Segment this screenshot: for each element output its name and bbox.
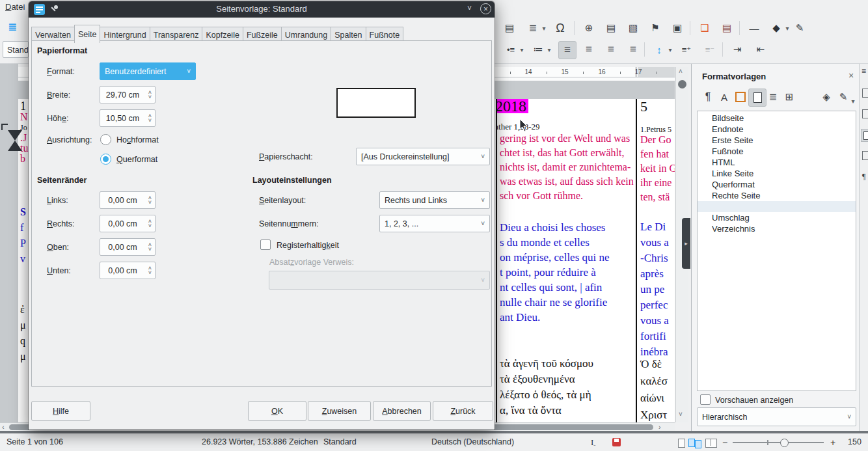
styles-list-item[interactable]: Fußnote (698, 146, 856, 157)
styles-list-item[interactable]: Erste Seite (698, 135, 856, 146)
align-center-icon[interactable]: ≡ (580, 41, 597, 58)
justify-icon[interactable]: ≡ (625, 41, 642, 58)
line-spacing-dropdown-arrow-icon[interactable]: ▾ (666, 41, 674, 58)
ok-button[interactable]: OK (248, 401, 306, 421)
track-changes-icon[interactable]: ▤ (718, 20, 735, 36)
page-styles-icon[interactable] (748, 89, 766, 107)
sidebar-gallery-icon[interactable] (862, 151, 868, 160)
zoom-level[interactable]: 150 (848, 437, 861, 446)
cancel-button[interactable]: Abbrechen (373, 401, 431, 421)
scroll-left-arrow-icon[interactable]: ‹ (2, 423, 5, 431)
spinner-arrows-icon[interactable]: ˄˅ (145, 196, 155, 205)
spinner-arrows-icon[interactable]: ˄˅ (145, 114, 155, 123)
status-page-style[interactable]: Standard (323, 437, 357, 446)
list-styles-icon[interactable]: ≣ (765, 89, 781, 105)
document-column-left[interactable]: 2018 1.Korinther 1,28-29 gering ist vor … (497, 99, 636, 422)
paragraph-styles-icon[interactable]: ¶ (699, 89, 716, 105)
zoom-slider-handle[interactable] (780, 439, 789, 447)
multi-page-view-icon2[interactable] (695, 440, 701, 448)
status-page-info[interactable]: Seite 1 von 106 (7, 437, 63, 446)
text-frame-dropdown-arrow-icon[interactable]: ▾ (540, 20, 548, 36)
insert-field-icon[interactable]: ⊕ (580, 20, 597, 36)
styles-list-item[interactable]: Linke Seite (698, 168, 856, 179)
paper-tray-dropdown[interactable]: [Aus Druckereinstellung] ˅ (356, 148, 490, 165)
styles-list-item[interactable]: Querformat (698, 179, 856, 190)
zoom-in-icon[interactable]: + (830, 437, 835, 448)
status-language[interactable]: Deutsch (Deutschland) (431, 437, 514, 446)
new-style-dropdown-arrow-icon[interactable]: ▾ (849, 92, 857, 109)
unordered-list-dropdown-arrow-icon[interactable]: ▾ (518, 41, 526, 58)
styles-list[interactable]: Bildseite Endnote Erste Seite Fußnote HT… (697, 111, 856, 391)
sidebar-handle[interactable]: ▸ (682, 218, 690, 269)
multi-page-view-icon[interactable] (688, 439, 695, 447)
special-character-icon[interactable]: Ω (552, 20, 569, 36)
toolbar-fragment-icon[interactable]: ≣ (4, 18, 21, 35)
height-spinbox[interactable]: 10,50 cm ˄˅ (100, 109, 156, 127)
width-spinbox[interactable]: 29,70 cm ˄˅ (100, 86, 156, 103)
insert-endnote-icon[interactable]: ▧ (625, 20, 642, 36)
shapes-dropdown-arrow-icon[interactable]: ▾ (783, 20, 791, 36)
insert-bookmark-icon[interactable]: ⚑ (647, 20, 664, 36)
unsaved-changes-icon[interactable] (612, 438, 621, 446)
spinner-arrows-icon[interactable]: ˄˅ (145, 243, 155, 252)
margin-bottom-spinbox[interactable]: 0,00 cm ˄˅ (100, 262, 156, 279)
zoom-slider-track[interactable] (733, 442, 824, 443)
panel-close-icon[interactable]: × (848, 70, 854, 81)
paragraph-style-combo[interactable]: Standard (3, 41, 29, 58)
insert-footnote-icon[interactable]: ▤ (603, 20, 619, 36)
decrease-indent-icon[interactable]: ⇤ (752, 41, 769, 58)
unordered-list-icon[interactable]: •≡ (502, 41, 519, 58)
scroll-up-arrow-icon[interactable]: ˄ (679, 68, 683, 75)
styles-list-item-selected[interactable] (698, 201, 856, 212)
frame-styles-icon[interactable] (732, 89, 749, 105)
styles-list-item[interactable]: HTML (698, 157, 856, 168)
apply-button[interactable]: Zuweisen (308, 401, 371, 421)
document-column-right[interactable]: 5 1.Petrus 5 Der Go fen hat keit in G ih… (638, 99, 675, 422)
spinner-arrows-icon[interactable]: ˄˅ (145, 219, 155, 228)
cross-reference-icon[interactable]: ▣ (669, 20, 686, 36)
scrollbar-thumb[interactable] (678, 80, 686, 89)
increase-indent-icon[interactable]: ⇥ (729, 41, 746, 58)
menu-datei[interactable]: Datei (5, 2, 25, 12)
horizontal-line-icon[interactable]: — (746, 20, 763, 36)
register-true-checkbox[interactable] (260, 239, 271, 250)
basic-shapes-icon[interactable]: ◆ (768, 20, 785, 36)
selection-mode-icon[interactable]: Iˍ (591, 437, 595, 448)
tab-seite[interactable]: Seite (74, 25, 101, 43)
sidebar-page-icon[interactable] (862, 109, 868, 118)
sidebar-settings-icon[interactable]: ≡ (861, 66, 866, 75)
sidebar-navigator-icon[interactable]: ¶ (862, 172, 865, 182)
spinner-arrows-icon[interactable]: ˄˅ (145, 266, 155, 275)
table-styles-icon[interactable]: ⊞ (781, 89, 798, 105)
character-styles-icon[interactable]: A (716, 89, 733, 105)
ordered-list-dropdown-arrow-icon[interactable]: ▾ (545, 41, 553, 58)
margin-left-spinbox[interactable]: 0,00 cm ˄˅ (100, 191, 156, 209)
freeform-line-icon[interactable]: ✎ (791, 20, 808, 36)
insert-comment-icon[interactable]: ❑ (696, 20, 713, 36)
align-right-icon[interactable]: ≡ (603, 41, 619, 58)
decrease-paragraph-spacing-icon[interactable]: ≡⁻ (701, 41, 718, 58)
sidebar-styles-icon[interactable] (861, 129, 868, 142)
dialog-titlebar[interactable]: Seitenvorlage: Standard ˅ × (29, 1, 495, 18)
insert-text-frame-icon[interactable]: ≣ (524, 20, 541, 36)
increase-paragraph-spacing-icon[interactable]: ≡⁺ (678, 41, 695, 58)
spinner-arrows-icon[interactable]: ˄˅ (145, 90, 155, 100)
help-button[interactable]: Hilfe (31, 401, 90, 421)
zoom-out-icon[interactable]: − (722, 437, 727, 448)
align-left-icon[interactable]: ≡ (558, 41, 576, 59)
page-layout-dropdown[interactable]: Rechts und Links ˅ (379, 191, 490, 209)
styles-list-item[interactable]: Umschlag (698, 212, 856, 223)
styles-list-item[interactable]: Verzeichnis (698, 223, 856, 234)
show-previews-checkbox[interactable] (700, 394, 711, 405)
margin-top-spinbox[interactable]: 0,00 cm ˄˅ (100, 238, 156, 256)
fill-format-mode-icon[interactable]: ◈ (818, 89, 835, 105)
book-view-icon[interactable] (705, 439, 717, 448)
styles-list-item[interactable]: Bildseite (698, 113, 856, 124)
line-spacing-icon[interactable]: ↕ (651, 41, 668, 58)
reset-button[interactable]: Zurück (433, 401, 493, 421)
format-dropdown[interactable]: Benutzerdefiniert ˅ (100, 62, 196, 80)
dialog-shade-chevron-icon[interactable]: ˅ (467, 4, 472, 13)
styles-list-item[interactable]: Endnote (698, 124, 856, 135)
sidebar-properties-icon[interactable] (862, 89, 868, 98)
styles-filter-dropdown[interactable]: Hierarchisch ˅ (697, 407, 856, 426)
